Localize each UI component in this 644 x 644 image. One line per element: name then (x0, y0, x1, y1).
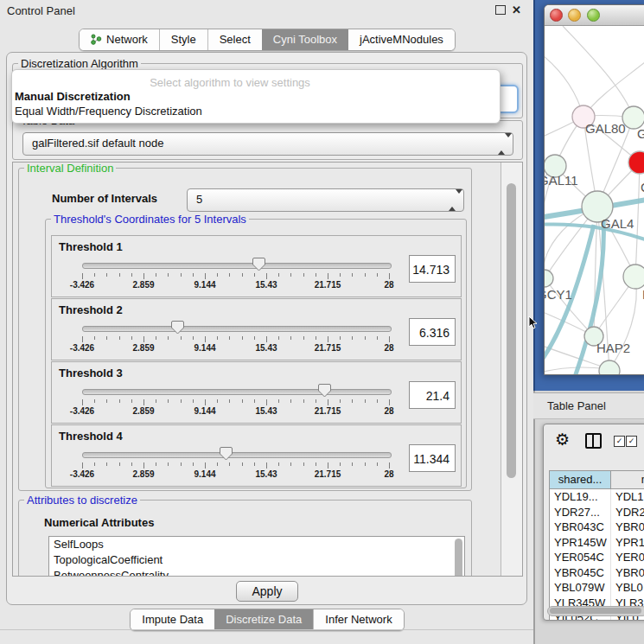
tab-impute-data[interactable]: Impute Data (131, 609, 214, 630)
slider-thumb[interactable] (220, 446, 233, 461)
network-node[interactable] (599, 360, 620, 374)
table-row[interactable]: YER054CYER0 (550, 550, 644, 565)
menu-item-manual-discretization[interactable]: Manual Discretization (15, 90, 131, 103)
table-data-combobox[interactable]: galFiltered.sif default node (22, 132, 513, 156)
network-edge[interactable] (635, 163, 640, 277)
minor-tick (242, 273, 243, 277)
tab-infer-network[interactable]: Infer Network (313, 609, 403, 630)
table-horizontal-scrollbar[interactable] (547, 606, 644, 616)
major-tick (389, 399, 390, 405)
pane-scrollbar[interactable] (501, 163, 523, 576)
list-item[interactable]: SelfLoops (49, 537, 464, 552)
minor-tick (229, 273, 230, 277)
slider-track[interactable] (82, 263, 392, 269)
table-horizontal-scrollbar-thumb[interactable] (550, 608, 641, 614)
minor-tick (242, 399, 243, 403)
tick-label: 9.144 (194, 406, 215, 416)
table-row[interactable]: YDR27...YDR2 (550, 505, 644, 520)
node-label: GAL11 (545, 173, 578, 188)
table-row[interactable]: YBR045CYBR0 (550, 565, 644, 581)
threshold-value-field[interactable]: 6.316 (409, 318, 456, 346)
column-header-shared-name[interactable]: shared... (550, 471, 611, 488)
tab-discretize-data[interactable]: Discretize Data (214, 609, 313, 630)
minor-tick (168, 399, 169, 403)
control-panel-titlebar: Control Panel ✕ (0, 0, 534, 22)
slider-thumb[interactable] (318, 383, 331, 398)
minimize-traffic-light-icon[interactable] (568, 9, 581, 22)
close-icon[interactable]: ✕ (512, 5, 521, 16)
table-cell: YER0 (611, 550, 644, 565)
slider-track[interactable] (82, 326, 392, 332)
menu-item-equal-width-frequency[interactable]: Equal Width/Frequency Discretization (15, 105, 202, 118)
table-row[interactable]: YBL079WYBL0 (550, 580, 644, 596)
major-tick (266, 462, 267, 469)
minor-tick (217, 462, 218, 466)
network-canvas[interactable]: GAL80GACGAL11GAL4GCY1HHAP2 (545, 26, 644, 374)
tick-label: 2.859 (132, 280, 154, 290)
close-traffic-light-icon[interactable] (550, 9, 563, 22)
table-cell: YBL079W (550, 580, 611, 596)
attributes-group: Attributes to discretize Numerical Attri… (18, 500, 472, 577)
table-row[interactable]: YDL19...YDL1 (550, 489, 644, 505)
network-node[interactable] (545, 270, 553, 287)
minor-tick (352, 399, 353, 403)
combo-spinner-icon[interactable] (498, 137, 506, 150)
slider-track[interactable] (82, 452, 392, 458)
checkbox-icon[interactable]: ✓ (626, 436, 637, 447)
minor-tick (229, 462, 230, 466)
combo-spinner-icon[interactable] (449, 194, 456, 207)
major-tick (82, 273, 83, 279)
minor-tick (365, 462, 366, 466)
slider-track[interactable] (82, 389, 392, 395)
major-tick (82, 399, 83, 405)
minor-tick (290, 462, 291, 466)
table-panel-region: Table Panel ⚙ ✓ ✓ shared... na YDL19...Y… (533, 391, 644, 644)
minor-tick (119, 462, 120, 466)
zoom-traffic-light-icon[interactable] (587, 9, 600, 22)
checkbox-icon[interactable]: ✓ (614, 436, 625, 447)
minor-tick (106, 336, 107, 340)
major-tick (389, 462, 390, 469)
control-panel-window: Control Panel ✕ Network Style Select Cyn… (0, 0, 534, 644)
minor-tick (217, 273, 218, 277)
threshold-value-field[interactable]: 21.4 (409, 381, 456, 409)
gear-icon[interactable]: ⚙ (555, 430, 570, 448)
float-window-icon[interactable] (495, 5, 506, 15)
threshold-label: Threshold 3 (59, 367, 123, 379)
major-tick (205, 273, 206, 279)
table-row[interactable]: YBR043CYBR0 (550, 520, 644, 535)
tab-cyni-toolbox[interactable]: Cyni Toolbox (262, 29, 348, 50)
column-header-name[interactable]: na (611, 471, 644, 488)
minor-tick (156, 273, 156, 277)
list-item[interactable]: BetweennessCentrality (49, 568, 464, 577)
tick-label: 15.43 (255, 469, 277, 479)
slider-thumb[interactable] (171, 320, 184, 335)
minor-tick (217, 336, 218, 340)
slider-thumb[interactable] (252, 257, 265, 271)
tab-style[interactable]: Style (159, 29, 207, 50)
major-tick (389, 273, 390, 279)
apply-button[interactable]: Apply (236, 581, 298, 602)
minor-tick (119, 273, 120, 277)
tick-label: 9.144 (194, 469, 215, 479)
threshold-value-field[interactable]: 14.713 (409, 255, 456, 283)
node-label: C (641, 180, 644, 194)
numerical-attributes-list[interactable]: SelfLoopsTopologicalCoefficientBetweenne… (48, 536, 465, 577)
column-layout-icon[interactable] (585, 433, 602, 449)
tab-network[interactable]: Network (80, 29, 159, 50)
tick-label: 21.715 (315, 469, 341, 479)
network-edge[interactable] (563, 26, 634, 118)
number-of-intervals-combobox[interactable]: 5 (187, 188, 464, 212)
pane-scrollbar-thumb[interactable] (507, 183, 516, 478)
list-item[interactable]: TopologicalCoefficient (49, 552, 464, 568)
minor-tick (106, 399, 107, 403)
network-node[interactable] (623, 265, 644, 289)
threshold-value-field[interactable]: 11.344 (409, 444, 456, 472)
minor-tick (181, 273, 182, 277)
tab-jactivemnodules[interactable]: jActiveMNodules (348, 29, 455, 50)
minor-tick (181, 462, 182, 466)
tab-select[interactable]: Select (207, 29, 262, 50)
tab-network-label: Network (106, 33, 148, 46)
table-row[interactable]: YPR145WYPR1 (550, 535, 644, 551)
list-scrollbar-thumb[interactable] (455, 539, 462, 577)
